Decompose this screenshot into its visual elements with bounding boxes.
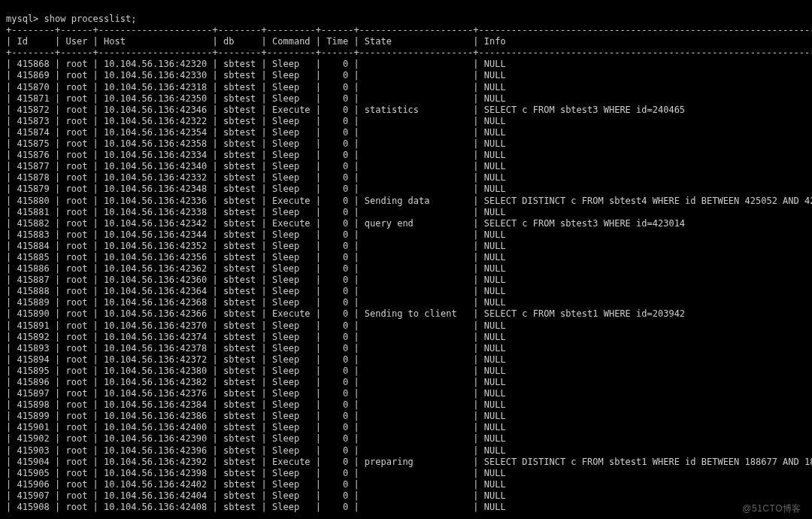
mysql-terminal[interactable]: mysql> show processlist; +--------+-----… bbox=[0, 9, 812, 513]
watermark-text: @51CTO博客 bbox=[742, 503, 801, 514]
